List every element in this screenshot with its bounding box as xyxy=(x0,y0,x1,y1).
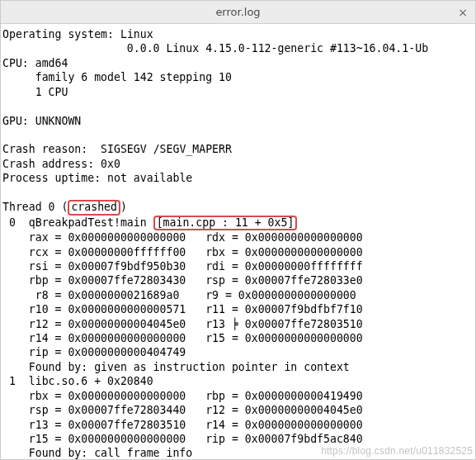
reg1-rsp: rsp = 0x00007ffe72803440 r12 = 0x0000000… xyxy=(2,404,363,416)
reg-rax: rax = 0x0000000000000000 rdx = 0x0000000… xyxy=(2,231,363,244)
gpu-label: GPU: xyxy=(2,115,29,127)
window-title: error.log xyxy=(1,6,450,18)
frame0-location-highlight: [main.cpp : 11 + 0x5] xyxy=(153,216,298,231)
log-window: error.log × Operating system: Linux 0.0.… xyxy=(0,0,476,460)
found-by-1: Found by: call frame info xyxy=(2,447,192,459)
cpu-value: amd64 xyxy=(35,57,68,69)
crash-address-value: 0x0 xyxy=(101,158,120,170)
crash-address-label: Crash address: xyxy=(2,158,94,170)
reg-rip: rip = 0x0000000000404749 xyxy=(2,346,186,358)
crash-reason-label: Crash reason: xyxy=(2,143,87,155)
crash-reason-value: SIGSEGV /SEGV_MAPERR xyxy=(94,143,232,155)
reg-r12: r12 = 0x00000000004045e0 r13 ╞ 0x00007ff… xyxy=(2,318,363,330)
reg-r14: r14 = 0x0000000000000000 r15 = 0x0000000… xyxy=(2,332,363,344)
found-by-0: Found by: given as instruction pointer i… xyxy=(2,361,350,373)
os-detail: 0.0.0 Linux 4.15.0-112-generic #113~16.0… xyxy=(2,42,428,55)
log-content: Operating system: Linux 0.0.0 Linux 4.15… xyxy=(1,24,475,460)
reg-rbp: rbp = 0x00007ffe72803430 rsp = 0x00007ff… xyxy=(2,274,363,287)
gpu-value: UNKNOWN xyxy=(35,115,82,127)
cpu-detail-1: family 6 model 142 stepping 10 xyxy=(2,71,232,83)
reg1-r15: r15 = 0x0000000000000000 rip = 0x00007f9… xyxy=(2,433,363,445)
titlebar: error.log × xyxy=(1,1,475,24)
frame1: 1 libc.so.6 + 0x20840 xyxy=(2,375,153,387)
watermark: https://blog.csdn.net/u011832525 xyxy=(321,445,473,457)
cpu-detail-2: 1 CPU xyxy=(2,86,68,98)
reg-rsi: rsi = 0x00007f9bdf950b30 rdi = 0x0000000… xyxy=(2,260,363,273)
cpu-label: CPU: xyxy=(2,57,29,69)
os-value: Linux xyxy=(120,28,153,40)
reg-r8: r8 = 0x0000000021689a0 r9 = 0x0000000000… xyxy=(2,289,356,301)
uptime-value: not available xyxy=(107,172,192,184)
reg1-r13: r13 = 0x00007ffe72803510 r14 = 0x0000000… xyxy=(2,419,363,431)
reg-r10: r10 = 0x0000000000000571 r11 = 0x00007f9… xyxy=(2,303,363,315)
thread-suffix: ) xyxy=(120,201,127,213)
thread-prefix: Thread 0 ( xyxy=(2,201,68,213)
crashed-highlight: crashed xyxy=(68,200,120,216)
reg-rcx: rcx = 0x00000000ffffff00 rbx = 0x0000000… xyxy=(2,246,363,258)
frame0-module: qBreakpadTest!main xyxy=(29,216,153,229)
uptime-label: Process uptime: xyxy=(2,172,101,184)
os-label: Operating system: xyxy=(2,28,114,40)
close-icon[interactable]: × xyxy=(450,6,475,19)
frame0-index: 0 xyxy=(2,216,29,229)
reg1-rbx: rbx = 0x0000000000000000 rbp = 0x0000000… xyxy=(2,390,363,402)
